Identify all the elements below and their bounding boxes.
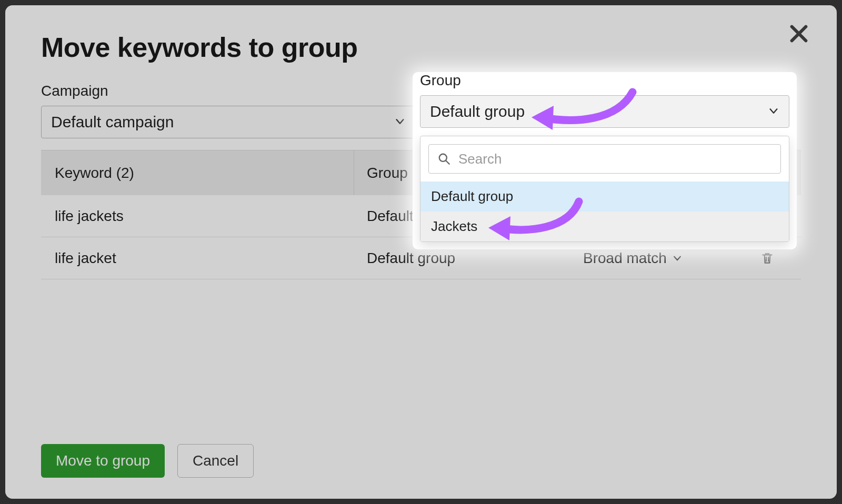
group-search-input[interactable]	[458, 151, 772, 167]
cell-group: Default group	[354, 250, 583, 267]
group-search[interactable]	[428, 144, 781, 174]
col-keyword: Keyword (2)	[41, 150, 354, 195]
campaign-value: Default campaign	[51, 113, 174, 131]
chevron-down-icon	[394, 113, 406, 131]
group-label: Group	[420, 72, 789, 89]
group-option-jackets[interactable]: Jackets	[420, 211, 789, 241]
match-type-label: Broad match	[583, 250, 667, 267]
move-to-group-button[interactable]: Move to group	[41, 444, 165, 478]
search-icon	[437, 152, 451, 166]
chevron-down-icon	[672, 253, 683, 264]
cell-keyword: life jacket	[41, 250, 354, 267]
group-option-default[interactable]: Default group	[420, 182, 789, 211]
chevron-down-icon	[768, 103, 779, 120]
group-field-highlight: Group Default group Default group Jacket…	[413, 72, 797, 249]
close-button[interactable]	[785, 20, 813, 47]
group-value: Default group	[430, 103, 525, 120]
campaign-label: Campaign	[41, 83, 416, 99]
group-select[interactable]: Default group	[420, 95, 789, 128]
trash-icon[interactable]	[760, 250, 774, 266]
cell-keyword: life jackets	[41, 208, 354, 225]
group-dropdown: Default group Jackets	[420, 136, 789, 242]
close-icon	[788, 23, 809, 44]
match-type-select[interactable]: Broad match	[583, 250, 741, 267]
cancel-button[interactable]: Cancel	[177, 444, 254, 478]
dialog-title: Move keywords to group	[41, 32, 801, 63]
svg-line-1	[446, 160, 449, 164]
campaign-select[interactable]: Default campaign	[41, 106, 416, 138]
